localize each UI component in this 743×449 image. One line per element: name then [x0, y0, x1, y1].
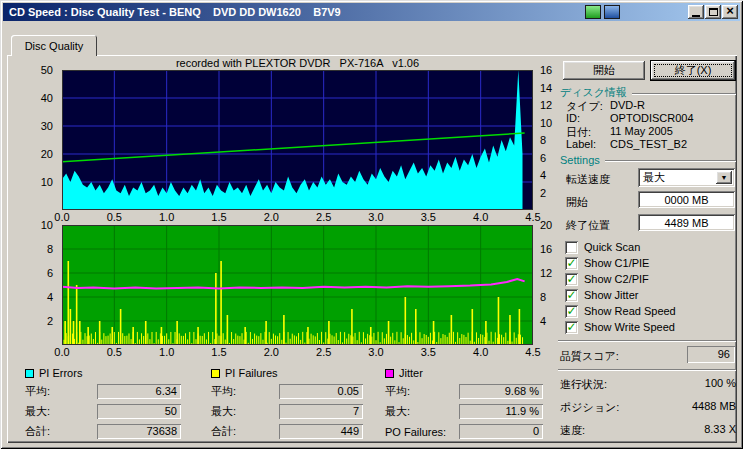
pif-chart-right-axis: 20161284 [537, 225, 565, 345]
combo-dropdown-button[interactable]: ▼ [716, 171, 732, 184]
checkbox-label: Show C2/PIF [584, 273, 649, 285]
checkbox-box[interactable]: ✓ [565, 305, 578, 318]
axis-tick: 14 [540, 82, 552, 94]
separator [558, 369, 736, 371]
titlebar-green-icon[interactable] [585, 5, 601, 19]
axis-tick: 8 [47, 243, 53, 255]
axis-tick: 8 [540, 291, 546, 303]
position-label: ポジション: [560, 400, 619, 415]
check-icon: ✓ [566, 321, 576, 333]
quality-score-label: 品質スコア: [560, 349, 619, 364]
start-button[interactable]: 開始 [563, 61, 645, 80]
axis-tick: 10 [540, 117, 552, 129]
total-label: 合計: [25, 424, 50, 439]
axis-tick: 1.0 [159, 346, 174, 358]
progress-row: 進行状況: 100 % [560, 377, 736, 392]
axis-tick: 50 [41, 64, 53, 76]
minimize-button[interactable] [688, 5, 704, 19]
end-position-field[interactable]: 4489 MB [638, 214, 735, 231]
checkbox-box[interactable]: ✓ [565, 257, 578, 270]
checkbox-show-jitter[interactable]: ✓ Show Jitter [565, 288, 638, 302]
axis-tick: 10 [41, 219, 53, 231]
axis-tick: 16 [540, 64, 552, 76]
speed-row: 速度: 8.33 X [560, 423, 736, 438]
axis-tick: 2 [47, 315, 53, 327]
progress-value: 100 % [705, 377, 736, 392]
checkbox-box[interactable]: ✓ [565, 321, 578, 334]
axis-tick: 16 [540, 243, 552, 255]
axis-tick: 0.0 [54, 346, 69, 358]
pi-failures-avg-value: 0.05 [279, 384, 363, 399]
pi-errors-panel: PI Errors 平均:6.34 最大:50 合計:73638 [25, 366, 181, 444]
close-button[interactable]: × [722, 5, 738, 19]
pi-errors-avg-value: 6.34 [97, 384, 181, 399]
axis-tick: 4.5 [525, 211, 540, 223]
maximize-button[interactable] [705, 5, 721, 19]
section-divider [605, 160, 736, 162]
checkbox-box[interactable]: ✓ [565, 273, 578, 286]
pif-jitter-chart [62, 225, 533, 345]
checkbox-show-c2-pif[interactable]: ✓ Show C2/PIF [565, 272, 649, 286]
start-position-field[interactable]: 0000 MB [638, 191, 735, 208]
avg-label: 平均: [211, 384, 236, 399]
checkbox-quick-scan[interactable]: ✓ Quick Scan [565, 240, 640, 254]
po-failures-label: PO Failures: [385, 426, 446, 438]
pi-errors-max-value: 50 [97, 404, 181, 419]
titlebar[interactable]: CD Speed : Disc Quality Test - BENQ DVD … [3, 3, 740, 21]
avg-label: 平均: [25, 384, 50, 399]
axis-tick: 4.0 [473, 346, 488, 358]
axis-tick: 1.5 [211, 346, 226, 358]
total-label: 合計: [211, 424, 236, 439]
max-label: 最大: [385, 404, 410, 419]
axis-tick: 10 [41, 176, 53, 188]
exit-button[interactable]: 終了(X) [651, 61, 735, 80]
speed-label: 転送速度 [566, 172, 610, 187]
checkbox-label: Show Read Speed [584, 305, 676, 317]
tab-disc-quality[interactable]: Disc Quality [11, 35, 97, 56]
axis-tick: 0.0 [54, 211, 69, 223]
checkbox-box[interactable]: ✓ [565, 289, 578, 302]
axis-tick: 2.0 [264, 211, 279, 223]
speed-select[interactable]: 最大 ▼ [638, 168, 735, 187]
pif-jitter-chart-canvas [62, 225, 533, 345]
axis-tick: 12 [540, 99, 552, 111]
axis-tick: 4 [540, 169, 546, 181]
check-icon: ✓ [566, 257, 576, 269]
jitter-max-value: 11.9 % [459, 404, 543, 419]
checkbox-show-write-speed[interactable]: ✓ Show Write Speed [565, 320, 675, 334]
pie-chart-x-axis: 0.00.51.01.52.02.53.03.54.04.5 [62, 211, 533, 223]
jitter-avg-value: 9.68 % [459, 384, 543, 399]
axis-tick: 3.0 [368, 211, 383, 223]
pif-chart-left-axis: 108642 [24, 225, 56, 345]
check-icon: ✓ [566, 305, 576, 317]
axis-tick: 6 [540, 152, 546, 164]
close-icon: × [726, 6, 734, 16]
checkbox-show-read-speed[interactable]: ✓ Show Read Speed [565, 304, 676, 318]
pi-failures-panel: PI Failures 平均:0.05 最大:7 合計:449 [211, 366, 363, 444]
check-icon: ✓ [566, 273, 576, 285]
start-position-value: 0000 MB [664, 194, 708, 206]
axis-tick: 2.0 [264, 346, 279, 358]
pie-chart-left-axis: 5040302010 [24, 70, 56, 210]
axis-tick: 2 [540, 187, 546, 199]
jitter-legend-swatch [385, 369, 394, 378]
axis-tick: 8 [540, 134, 546, 146]
separator [558, 340, 736, 342]
settings-title: Settings [560, 154, 600, 166]
checkbox-box[interactable]: ✓ [565, 241, 578, 254]
axis-tick: 0.5 [107, 211, 122, 223]
axis-tick: 2.5 [316, 346, 331, 358]
axis-tick: 4 [47, 291, 53, 303]
checkbox-show-c1-pie[interactable]: ✓ Show C1/PIE [565, 256, 649, 270]
tab-label: Disc Quality [25, 40, 84, 52]
start-position-label: 開始 [566, 195, 588, 210]
titlebar-blue-icon[interactable] [604, 5, 620, 19]
disc-label-row: Label: CDS_TEST_B2 [566, 138, 736, 150]
axis-tick: 4.0 [473, 211, 488, 223]
position-value: 4488 MB [692, 400, 736, 415]
checkbox-label: Quick Scan [584, 241, 640, 253]
recorded-with-label: recorded with PLEXTOR DVDR PX-716A v1.06 [62, 57, 533, 69]
speed-select-value: 最大 [638, 170, 716, 185]
axis-tick: 2.5 [316, 211, 331, 223]
section-divider [632, 93, 736, 95]
